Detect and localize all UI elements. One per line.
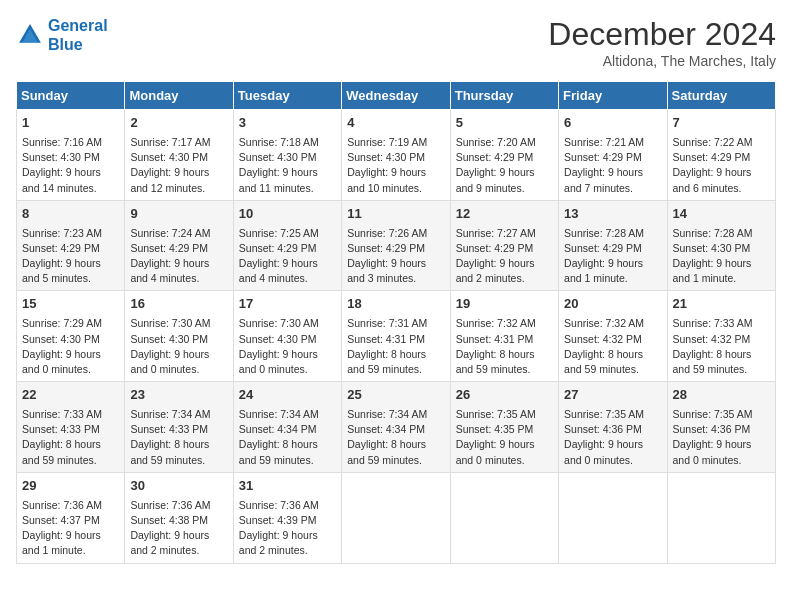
day-number: 26 [456,386,553,405]
col-header-sunday: Sunday [17,82,125,110]
page-header: GeneralBlue December 2024 Altidona, The … [16,16,776,69]
calendar-cell: 28Sunrise: 7:35 AM Sunset: 4:36 PM Dayli… [667,382,775,473]
day-info: Sunrise: 7:31 AM Sunset: 4:31 PM Dayligh… [347,316,444,377]
day-info: Sunrise: 7:33 AM Sunset: 4:32 PM Dayligh… [673,316,770,377]
calendar-cell [667,472,775,563]
day-number: 18 [347,295,444,314]
calendar-cell: 19Sunrise: 7:32 AM Sunset: 4:31 PM Dayli… [450,291,558,382]
day-info: Sunrise: 7:32 AM Sunset: 4:32 PM Dayligh… [564,316,661,377]
calendar-cell: 6Sunrise: 7:21 AM Sunset: 4:29 PM Daylig… [559,110,667,201]
day-number: 16 [130,295,227,314]
col-header-thursday: Thursday [450,82,558,110]
day-number: 11 [347,205,444,224]
calendar-cell: 8Sunrise: 7:23 AM Sunset: 4:29 PM Daylig… [17,200,125,291]
day-number: 15 [22,295,119,314]
day-number: 22 [22,386,119,405]
calendar-cell: 11Sunrise: 7:26 AM Sunset: 4:29 PM Dayli… [342,200,450,291]
title-block: December 2024 Altidona, The Marches, Ita… [548,16,776,69]
col-header-monday: Monday [125,82,233,110]
calendar-cell: 15Sunrise: 7:29 AM Sunset: 4:30 PM Dayli… [17,291,125,382]
calendar-cell: 27Sunrise: 7:35 AM Sunset: 4:36 PM Dayli… [559,382,667,473]
day-info: Sunrise: 7:23 AM Sunset: 4:29 PM Dayligh… [22,226,119,287]
calendar-cell: 31Sunrise: 7:36 AM Sunset: 4:39 PM Dayli… [233,472,341,563]
day-number: 8 [22,205,119,224]
day-number: 7 [673,114,770,133]
col-header-friday: Friday [559,82,667,110]
day-number: 5 [456,114,553,133]
calendar-cell: 10Sunrise: 7:25 AM Sunset: 4:29 PM Dayli… [233,200,341,291]
day-number: 20 [564,295,661,314]
day-number: 29 [22,477,119,496]
day-number: 19 [456,295,553,314]
calendar-cell: 14Sunrise: 7:28 AM Sunset: 4:30 PM Dayli… [667,200,775,291]
calendar-cell [559,472,667,563]
day-number: 23 [130,386,227,405]
day-info: Sunrise: 7:17 AM Sunset: 4:30 PM Dayligh… [130,135,227,196]
day-info: Sunrise: 7:21 AM Sunset: 4:29 PM Dayligh… [564,135,661,196]
calendar-cell: 7Sunrise: 7:22 AM Sunset: 4:29 PM Daylig… [667,110,775,201]
day-number: 6 [564,114,661,133]
day-info: Sunrise: 7:25 AM Sunset: 4:29 PM Dayligh… [239,226,336,287]
calendar-cell: 1Sunrise: 7:16 AM Sunset: 4:30 PM Daylig… [17,110,125,201]
calendar-cell: 5Sunrise: 7:20 AM Sunset: 4:29 PM Daylig… [450,110,558,201]
calendar-cell: 24Sunrise: 7:34 AM Sunset: 4:34 PM Dayli… [233,382,341,473]
day-info: Sunrise: 7:26 AM Sunset: 4:29 PM Dayligh… [347,226,444,287]
day-number: 12 [456,205,553,224]
day-info: Sunrise: 7:35 AM Sunset: 4:35 PM Dayligh… [456,407,553,468]
day-info: Sunrise: 7:19 AM Sunset: 4:30 PM Dayligh… [347,135,444,196]
calendar-cell [342,472,450,563]
calendar-cell: 3Sunrise: 7:18 AM Sunset: 4:30 PM Daylig… [233,110,341,201]
logo-text: GeneralBlue [48,16,108,54]
calendar-cell: 25Sunrise: 7:34 AM Sunset: 4:34 PM Dayli… [342,382,450,473]
day-number: 31 [239,477,336,496]
day-info: Sunrise: 7:16 AM Sunset: 4:30 PM Dayligh… [22,135,119,196]
day-info: Sunrise: 7:29 AM Sunset: 4:30 PM Dayligh… [22,316,119,377]
day-info: Sunrise: 7:18 AM Sunset: 4:30 PM Dayligh… [239,135,336,196]
calendar-cell: 18Sunrise: 7:31 AM Sunset: 4:31 PM Dayli… [342,291,450,382]
calendar-table: SundayMondayTuesdayWednesdayThursdayFrid… [16,81,776,564]
day-number: 2 [130,114,227,133]
col-header-tuesday: Tuesday [233,82,341,110]
day-number: 25 [347,386,444,405]
day-info: Sunrise: 7:36 AM Sunset: 4:37 PM Dayligh… [22,498,119,559]
day-info: Sunrise: 7:32 AM Sunset: 4:31 PM Dayligh… [456,316,553,377]
day-number: 3 [239,114,336,133]
day-number: 27 [564,386,661,405]
calendar-cell: 17Sunrise: 7:30 AM Sunset: 4:30 PM Dayli… [233,291,341,382]
calendar-cell: 16Sunrise: 7:30 AM Sunset: 4:30 PM Dayli… [125,291,233,382]
day-number: 24 [239,386,336,405]
day-info: Sunrise: 7:36 AM Sunset: 4:39 PM Dayligh… [239,498,336,559]
day-info: Sunrise: 7:24 AM Sunset: 4:29 PM Dayligh… [130,226,227,287]
logo-icon [16,21,44,49]
day-info: Sunrise: 7:22 AM Sunset: 4:29 PM Dayligh… [673,135,770,196]
day-info: Sunrise: 7:20 AM Sunset: 4:29 PM Dayligh… [456,135,553,196]
day-info: Sunrise: 7:34 AM Sunset: 4:34 PM Dayligh… [347,407,444,468]
calendar-cell: 22Sunrise: 7:33 AM Sunset: 4:33 PM Dayli… [17,382,125,473]
day-info: Sunrise: 7:28 AM Sunset: 4:30 PM Dayligh… [673,226,770,287]
calendar-cell: 9Sunrise: 7:24 AM Sunset: 4:29 PM Daylig… [125,200,233,291]
calendar-cell: 12Sunrise: 7:27 AM Sunset: 4:29 PM Dayli… [450,200,558,291]
day-info: Sunrise: 7:28 AM Sunset: 4:29 PM Dayligh… [564,226,661,287]
day-number: 1 [22,114,119,133]
day-number: 28 [673,386,770,405]
calendar-cell [450,472,558,563]
day-info: Sunrise: 7:30 AM Sunset: 4:30 PM Dayligh… [239,316,336,377]
logo: GeneralBlue [16,16,108,54]
month-title: December 2024 [548,16,776,53]
day-info: Sunrise: 7:36 AM Sunset: 4:38 PM Dayligh… [130,498,227,559]
day-info: Sunrise: 7:30 AM Sunset: 4:30 PM Dayligh… [130,316,227,377]
day-number: 9 [130,205,227,224]
day-info: Sunrise: 7:33 AM Sunset: 4:33 PM Dayligh… [22,407,119,468]
day-number: 10 [239,205,336,224]
day-number: 4 [347,114,444,133]
day-info: Sunrise: 7:27 AM Sunset: 4:29 PM Dayligh… [456,226,553,287]
calendar-cell: 23Sunrise: 7:34 AM Sunset: 4:33 PM Dayli… [125,382,233,473]
day-info: Sunrise: 7:35 AM Sunset: 4:36 PM Dayligh… [564,407,661,468]
calendar-cell: 4Sunrise: 7:19 AM Sunset: 4:30 PM Daylig… [342,110,450,201]
calendar-cell: 20Sunrise: 7:32 AM Sunset: 4:32 PM Dayli… [559,291,667,382]
day-number: 17 [239,295,336,314]
day-number: 13 [564,205,661,224]
calendar-cell: 26Sunrise: 7:35 AM Sunset: 4:35 PM Dayli… [450,382,558,473]
col-header-wednesday: Wednesday [342,82,450,110]
day-info: Sunrise: 7:34 AM Sunset: 4:33 PM Dayligh… [130,407,227,468]
